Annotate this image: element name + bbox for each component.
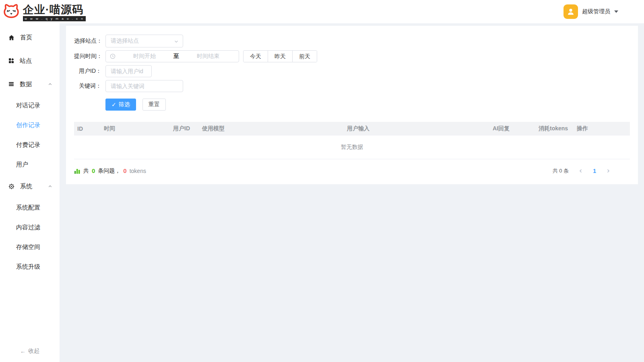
user-id-label: 用户ID： bbox=[74, 68, 101, 75]
empty-state-text: 暂无数据 bbox=[74, 136, 630, 159]
list-icon bbox=[8, 81, 14, 87]
pagination-page-1[interactable]: 1 bbox=[593, 168, 596, 174]
content-card: 选择站点： 请选择站点 提问时间： 时间开始 bbox=[66, 26, 638, 184]
brand-domain: w w w . q y m a o . c n bbox=[23, 16, 86, 21]
sidebar-item-content-filter[interactable]: 内容过滤 bbox=[0, 218, 60, 237]
keyword-input[interactable] bbox=[105, 80, 183, 92]
table-header-row: ID 时间 用户ID 使用模型 用户输入 AI回复 消耗tokens 操作 bbox=[74, 122, 630, 136]
keyword-label: 关键词： bbox=[74, 82, 101, 90]
top-header: 企业·喵源码 w w w . q y m a o . c n 超级管理员 bbox=[0, 0, 644, 23]
sidebar-group-data[interactable]: 数据 bbox=[0, 72, 60, 96]
main-content: 选择站点： 请选择站点 提问时间： 时间开始 bbox=[60, 23, 644, 362]
pagination-prev-button[interactable] bbox=[578, 168, 584, 174]
time-separator: 至 bbox=[173, 53, 179, 60]
stats-question-label: 条问题， bbox=[98, 167, 120, 175]
filter-submit-label: 筛选 bbox=[119, 101, 130, 108]
table-empty-row: 暂无数据 bbox=[74, 136, 630, 159]
user-menu[interactable]: 超级管理员 bbox=[564, 4, 618, 19]
sidebar-item-system-upgrade[interactable]: 系统升级 bbox=[0, 257, 60, 277]
sidebar-item-label: 创作记录 bbox=[16, 121, 40, 129]
column-header-model: 使用模型 bbox=[199, 122, 344, 136]
sidebar-item-label: 存储空间 bbox=[16, 243, 40, 251]
site-select[interactable]: 请选择站点 bbox=[105, 35, 183, 47]
sidebar-group-system[interactable]: 系统 bbox=[0, 175, 60, 198]
time-range-label: 提问时间： bbox=[74, 53, 101, 60]
filter-submit-button[interactable]: ✓ 筛选 bbox=[105, 99, 136, 111]
clock-icon bbox=[110, 53, 116, 59]
sidebar-item-label: 对话记录 bbox=[16, 102, 40, 109]
grid-icon bbox=[8, 58, 14, 64]
records-table: ID 时间 用户ID 使用模型 用户输入 AI回复 消耗tokens 操作 暂无… bbox=[74, 122, 630, 159]
pagination-total: 共 0 条 bbox=[553, 167, 569, 175]
pagination: 共 0 条 1 bbox=[553, 167, 630, 175]
home-icon bbox=[8, 34, 15, 41]
question-count: 0 bbox=[92, 167, 95, 174]
chevron-up-icon bbox=[48, 82, 52, 86]
sidebar-item-creation-records[interactable]: 创作记录 bbox=[0, 115, 60, 135]
sidebar-item-users[interactable]: 用户 bbox=[0, 155, 60, 175]
site-select-placeholder: 请选择站点 bbox=[111, 37, 139, 45]
user-avatar bbox=[564, 4, 578, 19]
check-icon: ✓ bbox=[111, 101, 116, 108]
quick-today-button[interactable]: 今天 bbox=[244, 51, 268, 62]
caret-down-icon bbox=[614, 10, 618, 13]
column-header-user-id: 用户ID bbox=[170, 122, 199, 136]
sidebar-item-home[interactable]: 首页 bbox=[0, 26, 60, 49]
cat-logo-icon bbox=[2, 2, 20, 20]
column-header-time: 时间 bbox=[101, 122, 170, 136]
stats-token-label: tokens bbox=[130, 168, 146, 174]
sidebar-item-label: 站点 bbox=[20, 57, 32, 65]
time-start-input[interactable]: 时间开始 bbox=[118, 53, 171, 60]
bar-chart-icon bbox=[74, 168, 80, 174]
sidebar-item-label: 内容过滤 bbox=[16, 224, 40, 231]
chevron-down-icon bbox=[174, 39, 179, 44]
sidebar-group-label: 数据 bbox=[20, 80, 43, 88]
brand-name: 企业·喵源码 bbox=[23, 4, 86, 15]
site-select-label: 选择站点： bbox=[74, 37, 101, 45]
sidebar-item-chat-records[interactable]: 对话记录 bbox=[0, 96, 60, 115]
time-range-picker[interactable]: 时间开始 至 时间结束 bbox=[105, 50, 239, 62]
sidebar-item-label: 首页 bbox=[20, 34, 32, 41]
sidebar-item-sites[interactable]: 站点 bbox=[0, 49, 60, 72]
sidebar-item-system-config[interactable]: 系统配置 bbox=[0, 198, 60, 218]
user-id-input[interactable] bbox=[105, 65, 152, 77]
token-count: 0 bbox=[123, 167, 126, 174]
brand-logo[interactable]: 企业·喵源码 w w w . q y m a o . c n bbox=[2, 2, 86, 21]
time-end-input[interactable]: 时间结束 bbox=[182, 53, 235, 60]
column-header-id: ID bbox=[74, 122, 101, 136]
sidebar-collapse-button[interactable]: ← 收起 bbox=[0, 348, 60, 355]
user-name: 超级管理员 bbox=[582, 8, 610, 15]
pagination-next-button[interactable] bbox=[605, 168, 611, 174]
sidebar-item-label: 系统升级 bbox=[16, 263, 40, 271]
collapse-label: 收起 bbox=[28, 348, 39, 355]
stats-summary: 共 0 条问题， 0 tokens bbox=[74, 167, 146, 175]
left-arrow-icon: ← bbox=[20, 348, 26, 354]
sidebar-item-storage[interactable]: 存储空间 bbox=[0, 237, 60, 257]
column-header-tokens: 消耗tokens bbox=[535, 122, 574, 136]
quick-date-group: 今天 昨天 前天 bbox=[243, 50, 317, 62]
chevron-up-icon bbox=[48, 184, 52, 189]
quick-yesterday-button[interactable]: 昨天 bbox=[268, 51, 292, 62]
filter-reset-button[interactable]: 重置 bbox=[142, 99, 166, 111]
sidebar-item-label: 付费记录 bbox=[16, 141, 40, 149]
sidebar-item-payment-records[interactable]: 付费记录 bbox=[0, 135, 60, 155]
column-header-user-input: 用户输入 bbox=[344, 122, 489, 136]
stats-total-label: 共 bbox=[83, 167, 89, 175]
quick-day-before-button[interactable]: 前天 bbox=[292, 51, 317, 62]
sidebar-group-label: 系统 bbox=[20, 183, 43, 190]
column-header-ai-reply: AI回复 bbox=[489, 122, 535, 136]
gear-icon bbox=[8, 183, 15, 190]
sidebar-item-label: 用户 bbox=[16, 161, 28, 169]
sidebar-item-label: 系统配置 bbox=[16, 204, 40, 212]
column-header-actions: 操作 bbox=[574, 122, 630, 136]
sidebar: 首页 站点 数据 bbox=[0, 23, 60, 362]
